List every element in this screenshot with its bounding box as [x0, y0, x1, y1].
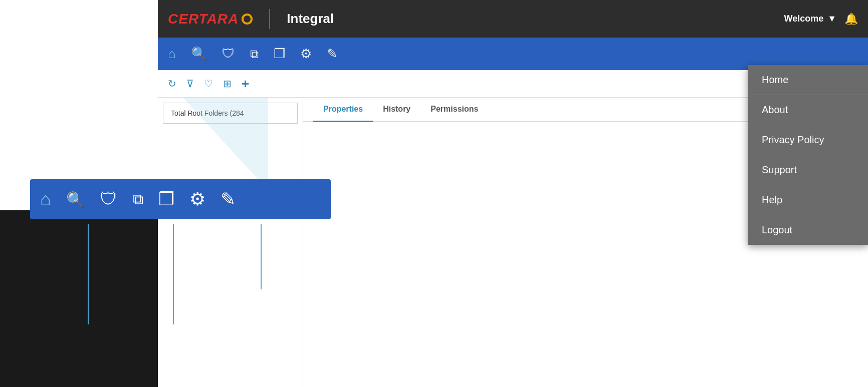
zoom-split-icon[interactable]: ⧉ [133, 191, 143, 208]
zoom-edit-icon[interactable]: ✎ [221, 189, 236, 210]
tab-properties[interactable]: Properties [313, 98, 373, 122]
zoom-settings-icon[interactable]: ⚙ [189, 189, 205, 210]
menu-home-item[interactable]: Home [748, 65, 868, 95]
menu-about-item[interactable]: About [748, 95, 868, 125]
pointer-line-2 [173, 224, 174, 324]
nav-split-icon[interactable]: ⧉ [250, 47, 259, 61]
nav-home-icon[interactable]: ⌂ [168, 46, 176, 62]
notification-bell-icon[interactable]: 🔔 [844, 13, 858, 26]
zoom-home-icon[interactable]: ⌂ [40, 189, 51, 210]
nav-settings-icon[interactable]: ⚙ [300, 46, 312, 62]
zoom-copy-icon[interactable]: ❐ [158, 189, 174, 210]
user-dropdown-arrow[interactable]: ▼ [827, 14, 836, 24]
nav-search-icon[interactable]: 🔍 [191, 46, 207, 62]
filter-icon[interactable]: ⊽ [186, 78, 194, 90]
left-panel: Total Root Folders (284 [158, 98, 303, 387]
certara-logo: CERTARA [168, 11, 253, 27]
app-title: Integral [287, 11, 334, 27]
welcome-text: Welcome [784, 14, 823, 24]
header-bar: CERTARA Integral Welcome ▼ 🔔 [158, 0, 868, 38]
add-icon[interactable]: + [242, 76, 249, 92]
dropdown-menu: Home About Privacy Policy Support Help L… [748, 65, 868, 245]
grid-icon[interactable]: ⊞ [223, 78, 232, 90]
pointer-line-1 [88, 224, 89, 324]
folder-count-label: Total Root Folders (284 [163, 103, 298, 124]
favorite-icon[interactable]: ♡ [204, 78, 213, 90]
zoom-search-icon[interactable]: 🔍 [66, 191, 85, 208]
menu-support-item[interactable]: Support [748, 155, 868, 185]
zoom-security-icon[interactable]: 🛡 [100, 189, 118, 210]
tab-history[interactable]: History [373, 98, 420, 122]
tab-permissions[interactable]: Permissions [420, 98, 488, 122]
logo-divider [269, 9, 270, 29]
nav-security-icon[interactable]: 🛡 [222, 46, 235, 62]
header-right: Welcome ▼ 🔔 [784, 13, 858, 26]
nav-copy-icon[interactable]: ❐ [274, 46, 285, 62]
menu-privacy-item[interactable]: Privacy Policy [748, 125, 868, 155]
sidebar [0, 0, 158, 210]
certara-circle-icon [242, 14, 253, 25]
nav-edit-icon[interactable]: ✎ [327, 46, 338, 62]
menu-logout-item[interactable]: Logout [748, 215, 868, 245]
refresh-icon[interactable]: ↻ [168, 78, 176, 90]
zoom-bar: ⌂ 🔍 🛡 ⧉ ❐ ⚙ ✎ [30, 179, 331, 219]
logo-area: CERTARA Integral [168, 9, 334, 29]
pointer-line-3 [261, 224, 262, 289]
menu-help-item[interactable]: Help [748, 185, 868, 215]
certara-text: CERTARA [168, 11, 239, 27]
